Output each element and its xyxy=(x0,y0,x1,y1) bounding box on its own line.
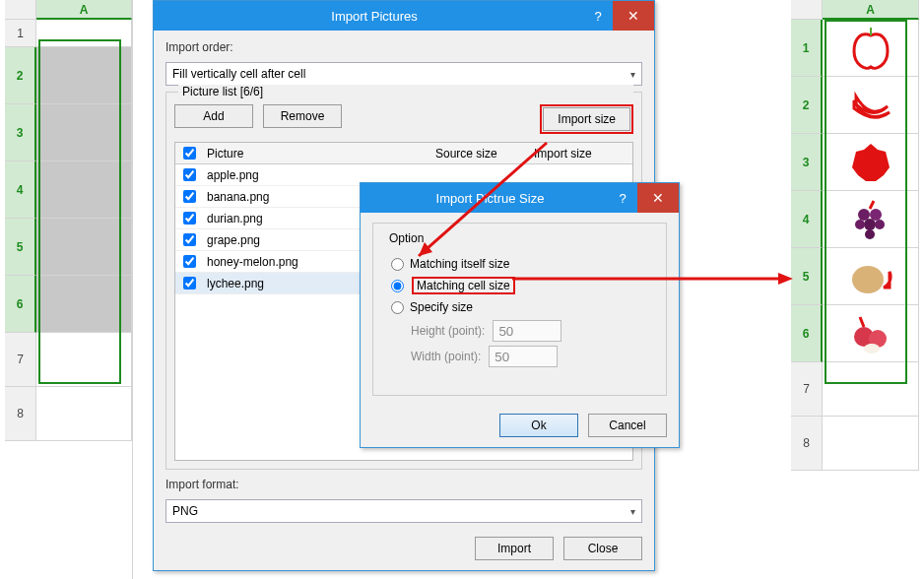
row-header[interactable]: 7 xyxy=(5,333,36,387)
col-picture[interactable]: Picture xyxy=(203,147,435,161)
item-name: apple.png xyxy=(203,168,632,182)
chevron-down-icon: ▾ xyxy=(630,69,635,80)
highlight-box: Matching cell size xyxy=(412,277,515,294)
cell[interactable] xyxy=(823,362,919,417)
row-header[interactable]: 5 xyxy=(5,219,36,276)
honey-melon-image xyxy=(846,252,895,301)
row-header[interactable]: 4 xyxy=(5,161,36,219)
titlebar[interactable]: Import Pictrue Size ? ✕ xyxy=(361,183,679,213)
spreadsheet-left: A 1 2 3 4 5 6 7 8 xyxy=(5,0,133,579)
item-checkbox[interactable] xyxy=(183,277,196,290)
option-legend: Option xyxy=(385,231,428,245)
radio-label: Matching itself size xyxy=(410,257,509,271)
radio-matching-cell[interactable] xyxy=(391,280,404,292)
svg-point-7 xyxy=(865,229,875,239)
row-header[interactable]: 8 xyxy=(791,417,823,471)
close-icon[interactable]: ✕ xyxy=(613,1,654,31)
radio-specify-size[interactable] xyxy=(391,301,404,314)
cell[interactable] xyxy=(823,191,919,248)
lychee-image xyxy=(846,309,895,358)
row-header[interactable]: 8 xyxy=(5,387,36,441)
apple-image xyxy=(846,24,895,73)
combo-value: Fill vertically cell after cell xyxy=(172,67,305,81)
cell[interactable] xyxy=(823,417,919,471)
import-format-combo[interactable]: PNG ▾ xyxy=(165,499,642,523)
cancel-button[interactable]: Cancel xyxy=(588,414,667,437)
row-header[interactable]: 5 xyxy=(791,248,823,305)
width-input xyxy=(489,346,558,367)
item-checkbox[interactable] xyxy=(183,233,196,246)
svg-point-4 xyxy=(864,219,876,230)
cell[interactable] xyxy=(823,20,919,77)
row-header[interactable]: 4 xyxy=(791,191,823,248)
add-button[interactable]: Add xyxy=(174,104,253,128)
list-header: Picture Source size Import size xyxy=(175,143,632,164)
spreadsheet-right: A 1 2 3 4 5 6 7 8 xyxy=(791,0,919,579)
row-header[interactable]: 7 xyxy=(791,362,823,417)
row-header[interactable]: 2 xyxy=(5,47,36,104)
import-order-label: Import order: xyxy=(165,40,642,54)
cell[interactable] xyxy=(823,134,919,191)
radio-label: Matching cell size xyxy=(417,279,510,292)
combo-value: PNG xyxy=(172,504,198,518)
cell[interactable] xyxy=(823,248,919,305)
remove-button[interactable]: Remove xyxy=(263,104,342,128)
row-header[interactable]: 3 xyxy=(5,104,36,161)
column-header-a[interactable]: A xyxy=(823,0,919,20)
ok-button[interactable]: Ok xyxy=(499,414,578,437)
chevron-down-icon: ▾ xyxy=(630,506,635,517)
cell[interactable] xyxy=(36,219,132,276)
cell[interactable] xyxy=(823,77,919,134)
titlebar[interactable]: Import Pictures ? ✕ xyxy=(154,1,654,31)
radio-label: Specify size xyxy=(410,300,473,314)
row-header[interactable]: 6 xyxy=(791,305,823,362)
picture-list-legend: Picture list [6/6] xyxy=(178,85,633,98)
select-all-corner[interactable] xyxy=(5,0,36,20)
svg-point-5 xyxy=(855,220,865,229)
row-header[interactable]: 1 xyxy=(791,20,823,77)
import-format-label: Import format: xyxy=(165,478,642,491)
svg-point-11 xyxy=(864,344,880,354)
close-icon[interactable]: ✕ xyxy=(637,183,679,213)
row-header[interactable]: 3 xyxy=(791,134,823,191)
svg-point-2 xyxy=(858,209,870,221)
help-button[interactable]: ? xyxy=(583,9,613,24)
cell[interactable] xyxy=(36,104,132,161)
row-header[interactable]: 1 xyxy=(5,20,36,47)
cell[interactable] xyxy=(36,161,132,219)
highlight-box: Import size xyxy=(540,104,633,134)
col-import-size[interactable]: Import size xyxy=(534,147,632,161)
svg-rect-0 xyxy=(870,28,872,35)
import-button[interactable]: Import xyxy=(475,537,554,560)
help-button[interactable]: ? xyxy=(608,191,637,206)
svg-point-6 xyxy=(875,220,885,229)
svg-point-8 xyxy=(852,266,884,293)
cell[interactable] xyxy=(36,47,132,104)
import-size-button[interactable]: Import size xyxy=(543,107,630,131)
item-checkbox[interactable] xyxy=(183,168,196,181)
svg-marker-1 xyxy=(852,144,890,181)
cell[interactable] xyxy=(36,333,132,387)
item-checkbox[interactable] xyxy=(183,212,196,225)
cell[interactable] xyxy=(36,276,132,333)
radio-matching-itself[interactable] xyxy=(391,258,404,271)
column-header-a[interactable]: A xyxy=(36,0,132,20)
item-checkbox[interactable] xyxy=(183,255,196,268)
cell[interactable] xyxy=(36,20,132,47)
dialog-title: Import Pictures xyxy=(165,9,583,24)
import-picture-size-dialog: Import Pictrue Size ? ✕ Option Matching … xyxy=(360,182,680,448)
row-header[interactable]: 6 xyxy=(5,276,36,333)
import-order-combo[interactable]: Fill vertically cell after cell ▾ xyxy=(165,62,642,86)
select-all-checkbox[interactable] xyxy=(183,147,196,160)
item-checkbox[interactable] xyxy=(183,190,196,203)
banana-image xyxy=(846,81,895,130)
cell[interactable] xyxy=(36,387,132,441)
width-label: Width (point): xyxy=(411,350,481,363)
height-input xyxy=(493,320,561,342)
grape-image xyxy=(846,195,895,244)
col-source-size[interactable]: Source size xyxy=(435,147,534,161)
cell[interactable] xyxy=(823,305,919,362)
close-button[interactable]: Close xyxy=(563,537,642,560)
select-all-corner[interactable] xyxy=(791,0,823,20)
row-header[interactable]: 2 xyxy=(791,77,823,134)
